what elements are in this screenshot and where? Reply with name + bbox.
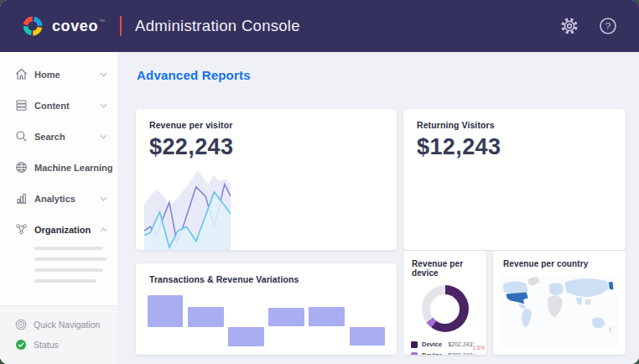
map-central-america	[518, 304, 527, 309]
sidebar-item-machine-learning[interactable]: Machine Learning	[0, 152, 117, 183]
coveo-logo-icon	[22, 15, 44, 37]
sidebar-item-organization[interactable]: Organization	[0, 214, 117, 245]
card-title: Revenue per visitor	[149, 120, 383, 130]
skeleton-row	[34, 279, 96, 283]
app-title: Administration Console	[135, 17, 300, 35]
revenue-per-visitor-chart	[144, 164, 231, 250]
card-returning-visitors: Returning Visitors $12,243	[403, 109, 626, 250]
waterfall-block	[350, 327, 385, 346]
kpi-value: $22,243	[149, 134, 383, 160]
sidebar-item-label: Home	[34, 70, 60, 80]
card-revenue-per-device: Revenue per device Device $202,243 ↓ 1.5…	[403, 251, 486, 355]
header-divider	[120, 16, 122, 36]
sidebar-item-home[interactable]: Home	[0, 59, 117, 90]
chevron-down-icon	[100, 196, 107, 201]
status-button[interactable]: Status	[15, 335, 117, 355]
map-europe	[549, 283, 564, 295]
map-russia-asia	[565, 278, 609, 297]
legend-value: $202,243	[448, 341, 472, 347]
map-canada	[503, 282, 528, 294]
coveo-logo[interactable]: coveo™	[22, 15, 105, 37]
card-revenue-per-visitor: Revenue per visitor $22,243	[136, 109, 397, 250]
legend-row: Device $202,243 ↓ 1.5%	[411, 350, 479, 355]
card-title: Revenue per device	[412, 259, 478, 278]
card-transactions-revenue-variations: Transactions & Revenue Variations	[136, 263, 397, 355]
map-greenland	[528, 277, 540, 286]
transactions-chart	[148, 293, 385, 348]
legend-label: Device	[422, 341, 442, 348]
map-south-america	[522, 309, 532, 327]
card-revenue-per-country: Revenue per country	[493, 251, 626, 355]
help-icon[interactable]: ?	[599, 17, 617, 35]
sidebar-footer: Quick Navigation Status	[0, 305, 117, 364]
quick-navigation-button[interactable]: Quick Navigation	[15, 315, 117, 335]
waterfall-block	[148, 295, 183, 327]
waterfall-block	[268, 308, 304, 326]
skeleton-row	[34, 268, 103, 272]
map-africa	[548, 295, 563, 316]
sidebar-item-label: Content	[34, 101, 70, 111]
organization-submenu-skeleton	[34, 247, 117, 283]
status-green-icon	[15, 339, 27, 351]
skeleton-row	[34, 247, 103, 250]
card-title: Transactions & Revenue Variations	[149, 274, 383, 284]
sidebar-item-content[interactable]: Content	[0, 90, 117, 121]
kpi-value: $12,243	[417, 134, 612, 160]
quick-navigation-icon	[15, 319, 27, 330]
search-icon	[15, 130, 28, 143]
revenue-per-device-donut	[422, 285, 469, 332]
page-title: Advanced Reports	[137, 68, 251, 82]
analytics-icon	[15, 192, 28, 205]
brand-trademark: ™	[99, 18, 105, 24]
settings-gear-icon[interactable]	[560, 17, 579, 35]
map-india	[576, 297, 582, 305]
chevron-down-icon	[100, 103, 107, 108]
returning-visitors-chart	[417, 159, 612, 239]
organization-icon	[15, 223, 28, 236]
app-window: coveo™ Administration Console ? Hom	[0, 0, 639, 364]
sidebar-item-analytics[interactable]: Analytics	[0, 183, 117, 214]
legend-row: Device $202,243 ↓ 1.5%	[411, 339, 479, 350]
card-title: Revenue per country	[503, 259, 616, 268]
sidebar: Home Content Search	[0, 52, 118, 364]
legend-delta: ↓ 1.5%	[472, 339, 485, 351]
waterfall-block	[188, 307, 223, 327]
sidebar-item-label: Search	[34, 132, 65, 142]
legend-value: $202,243	[448, 352, 472, 355]
content-icon	[15, 99, 28, 112]
map-australia	[592, 318, 605, 329]
waterfall-block	[228, 327, 263, 346]
waterfall-block	[309, 307, 344, 327]
map-far-east-highlight	[609, 282, 614, 290]
legend-swatch	[411, 341, 418, 348]
chevron-down-icon	[100, 72, 107, 77]
world-map-choropleth	[501, 274, 618, 348]
quick-navigation-label: Quick Navigation	[34, 320, 100, 330]
chevron-down-icon	[100, 134, 107, 139]
home-icon	[15, 68, 28, 81]
sidebar-item-label: Organization	[34, 225, 91, 235]
top-header: coveo™ Administration Console ?	[0, 0, 639, 52]
svg-text:?: ?	[605, 21, 610, 31]
skeleton-row	[34, 257, 106, 261]
sidebar-nav: Home Content Search	[0, 52, 117, 283]
status-label: Status	[34, 340, 59, 350]
main-content: Advanced Reports Revenue per visitor $22…	[117, 52, 639, 364]
sidebar-item-label: Analytics	[34, 194, 75, 204]
map-united-states	[507, 293, 528, 304]
legend-swatch	[411, 352, 418, 356]
legend-label: Device	[422, 351, 442, 355]
legend-delta: ↓ 1.5%	[472, 350, 485, 356]
brand-name: coveo™	[52, 18, 105, 35]
sidebar-item-label: Machine Learning	[34, 163, 113, 173]
map-southeast-asia	[585, 299, 591, 305]
device-legend: Device $202,243 ↓ 1.5% Device $202,243 ↓…	[403, 339, 486, 355]
card-title: Returning Visitors	[417, 120, 612, 130]
sidebar-item-search[interactable]: Search	[0, 121, 117, 152]
chevron-up-icon	[100, 227, 107, 232]
machine-learning-icon	[15, 161, 28, 174]
map-new-zealand	[609, 327, 612, 333]
